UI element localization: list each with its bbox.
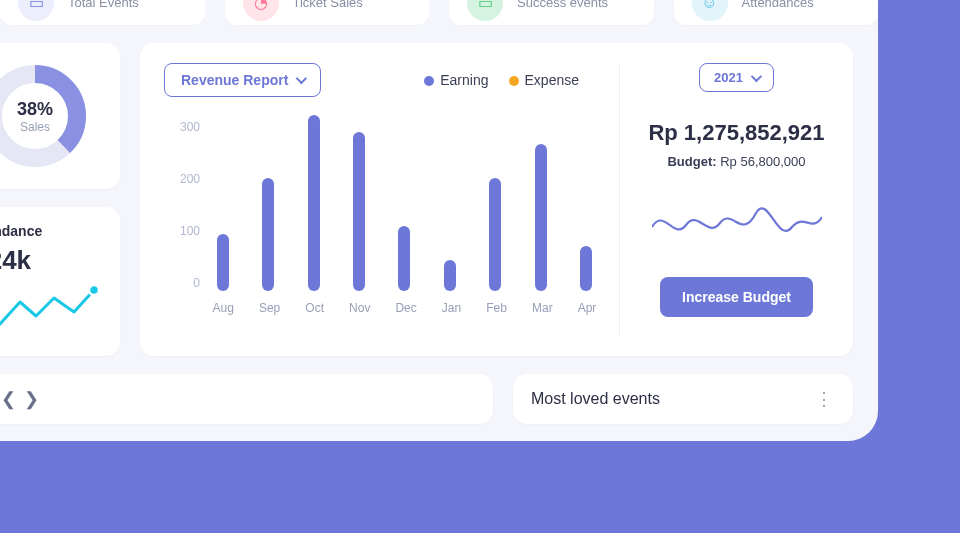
donut-percent: 38% [17,99,53,120]
prev-arrow-icon[interactable]: ❮ [0,388,18,410]
increase-budget-button[interactable]: Increase Budget [660,277,813,317]
ticket-icon: ◔ [243,0,279,21]
pager-card: 21 ❮ ❯ [0,374,493,424]
budget-line: Budget: Rp 56,800,000 [667,154,805,169]
year-dropdown[interactable]: 2021 [699,63,774,92]
wave-sparkline-icon [652,197,822,247]
xtick: Feb [486,301,507,315]
dot-icon [509,76,519,86]
xtick: Mar [532,301,553,315]
attendance-card: Attendance 6,24k [0,207,120,356]
stat-total-events[interactable]: ▭ Total Events [0,0,205,25]
user-icon: ☺ [692,0,728,21]
kebab-menu-icon[interactable]: ⋮ [815,388,835,410]
donut-label: Sales [20,120,50,134]
xtick: Sep [259,301,280,315]
bar [580,246,592,291]
stat-label: Success events [517,0,608,10]
bar [535,144,547,291]
xtick: Dec [395,301,416,315]
dot-icon [424,76,434,86]
xtick: Apr [578,301,597,315]
revenue-report-dropdown[interactable]: Revenue Report [164,63,321,97]
bar [353,132,365,291]
bar [217,234,229,291]
ytick: 0 [164,276,200,290]
ytick: 300 [164,120,200,134]
most-loved-title: Most loved events [531,390,660,408]
next-arrow-icon[interactable]: ❯ [22,388,41,410]
xtick: Nov [349,301,370,315]
bar [262,178,274,291]
dd-label: Revenue Report [181,72,288,88]
legend-expense: Expense [525,72,579,88]
ytick: 100 [164,224,200,238]
stat-success-events[interactable]: ▭ Success events [449,0,654,25]
stat-label: Ticket Sales [293,0,363,10]
most-loved-card: Most loved events ⋮ [513,374,853,424]
legend-earning: Earning [440,72,488,88]
stats-row: ▭ Total Events ◔ Ticket Sales ▭ Success … [0,0,878,25]
bar [489,178,501,291]
xtick: Jan [442,301,461,315]
stat-attendances[interactable]: ☺ Attendances [674,0,879,25]
attendance-value: 6,24k [0,245,104,276]
sparkline-icon [0,286,106,338]
check-icon: ▭ [467,0,503,21]
stat-label: Attendances [742,0,814,10]
sales-donut-card: 38% Sales [0,43,120,189]
revenue-card: Revenue Report Earning Expense 300200100… [140,43,853,356]
chevron-down-icon [296,73,307,84]
year-label: 2021 [714,70,743,85]
calendar-icon: ▭ [18,0,54,21]
ytick: 200 [164,172,200,186]
xtick: Aug [213,301,234,315]
stat-ticket-sales[interactable]: ◔ Ticket Sales [225,0,430,25]
bar [308,115,320,291]
bar [398,226,410,291]
svg-point-2 [89,286,99,295]
stat-label: Total Events [68,0,139,10]
attendance-title: Attendance [0,223,104,239]
xtick: Oct [305,301,324,315]
chevron-down-icon [751,70,762,81]
chart-legend: Earning Expense [424,72,579,88]
bar [444,260,456,291]
revenue-amount: Rp 1,275,852,921 [648,120,824,146]
bar-chart: 3002001000 AugSepOctNovDecJanFebMarApr [164,115,609,335]
